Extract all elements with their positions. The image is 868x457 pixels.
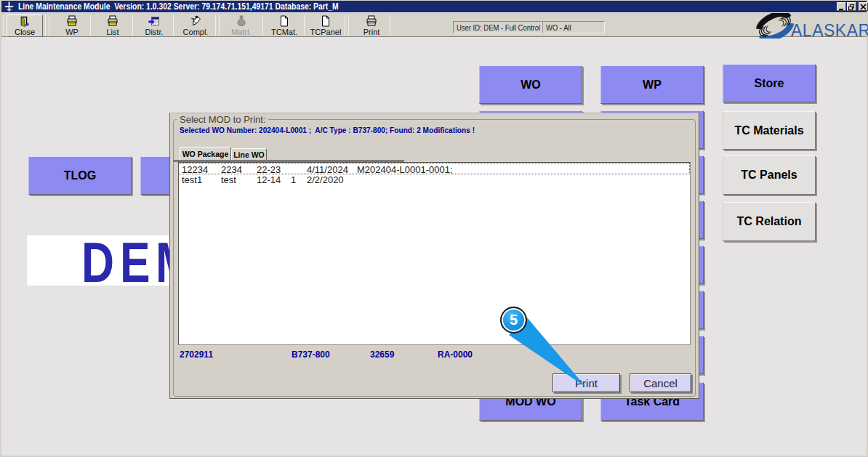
svg-text:ALASKAR: ALASKAR [791,21,868,39]
